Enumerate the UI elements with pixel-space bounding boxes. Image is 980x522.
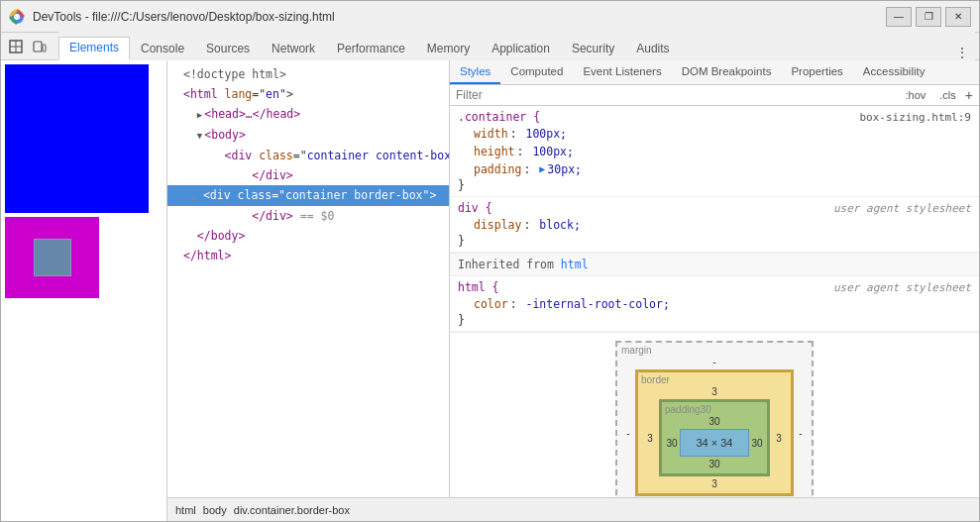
- body-tag: <body>: [204, 128, 246, 142]
- tab-elements[interactable]: Elements: [58, 37, 130, 60]
- tab-performance[interactable]: Performance: [326, 37, 416, 60]
- restore-button[interactable]: ❐: [916, 7, 941, 27]
- margin-top-val[interactable]: -: [712, 357, 715, 367]
- tab-application[interactable]: Application: [481, 37, 561, 60]
- padding-bottom-val[interactable]: 30: [708, 459, 719, 470]
- container-source[interactable]: box-sizing.html:9: [859, 111, 971, 124]
- main-tabs: Elements Console Sources Network Perform…: [58, 32, 975, 61]
- subtab-styles[interactable]: Styles: [450, 60, 500, 84]
- more-tabs-icon[interactable]: ⋮: [949, 45, 975, 60]
- content-size[interactable]: 34 × 34: [696, 437, 732, 449]
- head-tag: <head>…</head>: [204, 107, 300, 121]
- container-selector[interactable]: .container {: [458, 110, 540, 124]
- margin-left-val[interactable]: -: [621, 428, 635, 439]
- breadcrumb-div[interactable]: div.container.border-box: [234, 504, 350, 516]
- content-box: 34 × 34: [680, 429, 749, 457]
- html-close: </html>: [183, 249, 231, 262]
- margin-right-val[interactable]: -: [794, 428, 808, 439]
- prop-height: height : 100px;: [458, 143, 971, 160]
- html-panel[interactable]: <!doctype html> <html lang="en"> ▶<head>…: [167, 60, 450, 497]
- chrome-icon: [9, 9, 25, 25]
- inherited-header: Inherited from html: [450, 253, 979, 276]
- expand-body[interactable]: ▼: [197, 131, 202, 141]
- expand-padding-icon[interactable]: ▶: [539, 160, 545, 178]
- hov-filter-btn[interactable]: :hov: [901, 87, 931, 103]
- subtab-properties[interactable]: Properties: [781, 60, 852, 84]
- class-attr1: class: [259, 149, 293, 162]
- prop-name-padding[interactable]: padding: [474, 160, 521, 178]
- minimize-button[interactable]: —: [886, 7, 912, 27]
- toolbar-icons: [5, 36, 51, 57]
- svg-rect-5: [34, 42, 42, 52]
- html-line-body-close[interactable]: </body>: [167, 226, 449, 246]
- rule-container-header: .container { box-sizing.html:9: [458, 110, 971, 124]
- prop-val-height[interactable]: 100px;: [532, 143, 574, 160]
- html-line-head[interactable]: ▶<head>…</head>: [167, 104, 449, 125]
- prop-name-display[interactable]: display: [474, 216, 521, 234]
- border-top-val[interactable]: 3: [711, 386, 717, 397]
- padding-right-val[interactable]: 30: [749, 438, 765, 449]
- styles-subtabs: Styles Computed Event Listeners DOM Brea…: [450, 60, 979, 85]
- breadcrumb-body[interactable]: body: [203, 504, 227, 516]
- add-style-btn[interactable]: +: [965, 87, 973, 103]
- styles-panel: Styles Computed Event Listeners DOM Brea…: [450, 60, 979, 497]
- subtab-accessibility[interactable]: Accessibility: [853, 60, 935, 84]
- cls-filter-btn[interactable]: .cls: [934, 87, 961, 103]
- html-line-div-content[interactable]: <div class="container content-box">: [167, 146, 449, 165]
- prop-val-width[interactable]: 100px;: [525, 125, 567, 143]
- lang-val: en: [266, 87, 279, 101]
- margin-label: margin: [621, 345, 652, 356]
- colon3: :: [523, 160, 537, 178]
- eq2: ">: [279, 87, 293, 101]
- html-selector[interactable]: html {: [458, 280, 499, 294]
- prop-val-display[interactable]: block;: [539, 216, 581, 234]
- tab-console[interactable]: Console: [130, 37, 195, 60]
- html-tag: <html: [183, 87, 225, 101]
- breadcrumb-html[interactable]: html: [175, 504, 196, 516]
- border-box: border 3 3: [635, 369, 794, 496]
- margin-middle: - border 3: [621, 369, 808, 496]
- eq5: =": [272, 188, 285, 202]
- border-left-val[interactable]: 3: [641, 433, 659, 444]
- subtab-computed[interactable]: Computed: [500, 60, 573, 84]
- border-right-val[interactable]: 3: [770, 433, 788, 444]
- breadcrumb-bar: html body div.container.border-box: [167, 497, 979, 521]
- border-bottom-val[interactable]: 3: [711, 478, 717, 489]
- subtab-dom-breakpoints[interactable]: DOM Breakpoints: [672, 60, 782, 84]
- tab-sources[interactable]: Sources: [195, 37, 261, 60]
- prop-name-color[interactable]: color: [474, 295, 508, 313]
- html-line-div-close1[interactable]: </div>: [167, 165, 449, 185]
- prop-display: display : block;: [458, 216, 971, 234]
- rule-html: html { user agent stylesheet color : -in…: [450, 276, 979, 332]
- tab-network[interactable]: Network: [261, 37, 326, 60]
- filter-input[interactable]: [456, 88, 901, 102]
- padding-left-val[interactable]: 30: [664, 438, 680, 449]
- inherited-html-tag[interactable]: html: [561, 258, 589, 271]
- html-line-body[interactable]: ▼<body>: [167, 125, 449, 146]
- device-toggle-icon[interactable]: [29, 36, 51, 57]
- devtools-window: DevTools - file:///C:/Users/lenovo/Deskt…: [0, 0, 980, 522]
- tab-audits[interactable]: Audits: [625, 37, 680, 60]
- html-line-div-close2[interactable]: </div> == $0: [167, 206, 449, 226]
- html-line-html-close[interactable]: </html>: [167, 246, 449, 265]
- padding-top-val[interactable]: 30: [708, 416, 719, 427]
- lang-attr: lang: [225, 87, 253, 101]
- browser-preview: [1, 60, 167, 521]
- inspect-icon[interactable]: [5, 36, 27, 57]
- html-line-div-border[interactable]: … <div class="container border-box">: [167, 185, 449, 206]
- html-line-doctype[interactable]: <!doctype html>: [167, 64, 449, 84]
- subtab-event-listeners[interactable]: Event Listeners: [573, 60, 671, 84]
- tab-memory[interactable]: Memory: [416, 37, 481, 60]
- styles-content[interactable]: .container { box-sizing.html:9 width : 1…: [450, 106, 979, 497]
- content-row: 30 34 × 34 30: [664, 429, 765, 457]
- prop-val-padding[interactable]: 30px;: [547, 160, 582, 178]
- window-controls: — ❐ ✕: [886, 7, 971, 27]
- tab-security[interactable]: Security: [561, 37, 625, 60]
- prop-name-width[interactable]: width: [474, 125, 508, 143]
- html-line-html[interactable]: <html lang="en">: [167, 84, 449, 104]
- prop-name-height[interactable]: height: [474, 143, 515, 160]
- close-button[interactable]: ✕: [945, 7, 971, 27]
- prop-val-color[interactable]: -internal-root-color;: [525, 295, 669, 313]
- collapse-head[interactable]: ▶: [197, 110, 202, 120]
- div-selector[interactable]: div {: [458, 201, 492, 215]
